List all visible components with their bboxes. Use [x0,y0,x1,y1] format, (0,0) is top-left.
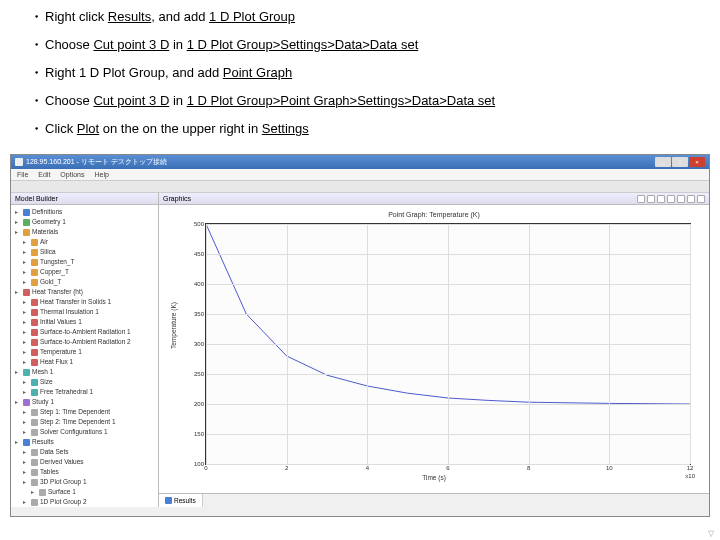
tree-icon [31,499,38,506]
instruction-4: ・Choose Cut point 3 D in 1 D Plot Group>… [30,92,690,110]
tree-label: Surface-to-Ambient Radiation 2 [40,337,131,347]
tree-icon [31,409,38,416]
tree-item[interactable]: ▸Temperature 1 [13,347,156,357]
tree-label: Temperature 1 [40,347,82,357]
tree-icon [31,429,38,436]
tree-label: Derived Values [40,457,84,467]
tree-item[interactable]: ▸Air [13,237,156,247]
minimize-button[interactable]: _ [655,157,671,167]
tree-item[interactable]: ▸Definitions [13,207,156,217]
tree-icon [31,249,38,256]
menu-options[interactable]: Options [60,171,84,178]
slide-corner: ▽ [708,529,714,538]
x-tick: 12 [687,464,694,471]
zoom-out-icon[interactable] [647,195,655,203]
tree-item[interactable]: ▸Heat Transfer in Solids 1 [13,297,156,307]
plot-area: Point Graph: Temperature (K) Temperature… [159,205,709,493]
tree-item[interactable]: ▸Study 1 [13,397,156,407]
model-builder-panel: Model Builder ▸Definitions▸Geometry 1▸Ma… [11,193,159,507]
tree-item[interactable]: ▸Copper_T [13,267,156,277]
tree-item[interactable]: ▸Tungsten_T [13,257,156,267]
tree-item[interactable]: ▸Thermal Insulation 1 [13,307,156,317]
maximize-button[interactable]: □ [672,157,688,167]
tree-item[interactable]: ▸Gold_T [13,277,156,287]
tree-item[interactable]: ▸Surface-to-Ambient Radiation 2 [13,337,156,347]
x-tick: 8 [527,464,530,471]
results-tab[interactable]: Results [159,494,203,507]
view-xy-icon[interactable] [667,195,675,203]
tree-icon [31,329,38,336]
tree-item[interactable]: ▸Heat Flux 1 [13,357,156,367]
x-tick: 6 [446,464,449,471]
tree-item[interactable]: ▸Silica [13,247,156,257]
tree-icon [31,479,38,486]
tree-icon [23,289,30,296]
zoom-extents-icon[interactable] [657,195,665,203]
tree-item[interactable]: ▸Mesh 1 [13,367,156,377]
tree-label: Thermal Insulation 1 [40,307,99,317]
tree-icon [23,229,30,236]
tree-icon [23,219,30,226]
close-button[interactable]: × [689,157,705,167]
tree-item[interactable]: ▸Data Sets [13,447,156,457]
tree-item[interactable]: ▸Step 2: Time Dependent 1 [13,417,156,427]
tree-label: Surface-to-Ambient Radiation 1 [40,327,131,337]
x-tick: 2 [285,464,288,471]
tree-label: Data Sets [40,447,69,457]
model-tree[interactable]: ▸Definitions▸Geometry 1▸Materials▸Air▸Si… [11,205,158,507]
tree-label: Step 2: Time Dependent 1 [40,417,116,427]
instruction-1: ・Right click Results, and add 1 D Plot G… [30,8,690,26]
tree-item[interactable]: ▸3D Plot Group 1 [13,477,156,487]
tree-label: Copper_T [40,267,69,277]
x-tick: 4 [366,464,369,471]
tree-item[interactable]: ▸Heat Transfer (ht) [13,287,156,297]
graphics-toolbar [637,195,705,203]
model-builder-title: Model Builder [11,193,158,205]
y-tick: 200 [194,401,206,407]
tree-icon [31,469,38,476]
tree-label: Heat Transfer in Solids 1 [40,297,111,307]
menu-edit[interactable]: Edit [38,171,50,178]
tree-item[interactable]: ▸Results [13,437,156,447]
tree-item[interactable]: ▸Free Tetrahedral 1 [13,387,156,397]
tree-label: 3D Plot Group 1 [40,477,87,487]
export-icon[interactable] [697,195,705,203]
y-tick: 400 [194,281,206,287]
tree-label: Materials [32,227,58,237]
tree-label: Tungsten_T [40,257,74,267]
tree-item[interactable]: ▸Geometry 1 [13,217,156,227]
tree-label: Silica [40,247,56,257]
tree-item[interactable]: ▸Surface 1 [13,487,156,497]
tree-label: Step 1: Time Dependent [40,407,110,417]
tree-icon [23,439,30,446]
graphics-panel: Graphics Point Graph: Temperature (K) Te… [159,193,709,507]
print-icon[interactable] [687,195,695,203]
tree-item[interactable]: ▸Initial Values 1 [13,317,156,327]
view-grid-icon[interactable] [677,195,685,203]
tree-item[interactable]: ▸Step 1: Time Dependent [13,407,156,417]
tree-item[interactable]: ▸Size [13,377,156,387]
graphics-title: Graphics [163,195,191,202]
tree-icon [31,389,38,396]
tree-item[interactable]: ▸Derived Values [13,457,156,467]
menu-help[interactable]: Help [94,171,108,178]
tree-icon [31,339,38,346]
tree-icon [23,369,30,376]
tree-item[interactable]: ▸1D Plot Group 2 [13,497,156,507]
tree-icon [31,359,38,366]
zoom-in-icon[interactable] [637,195,645,203]
tree-item[interactable]: ▸Materials [13,227,156,237]
tree-icon [31,319,38,326]
menubar: File Edit Options Help [11,169,709,181]
tree-label: Initial Values 1 [40,317,82,327]
tree-item[interactable]: ▸Solver Configurations 1 [13,427,156,437]
app-window: 128.95.160.201 - リモート デスクトップ接続 _ □ × Fil… [10,154,710,517]
tree-item[interactable]: ▸Surface-to-Ambient Radiation 1 [13,327,156,337]
tree-label: Size [40,377,53,387]
tree-icon [31,449,38,456]
x-exponent: x10 [685,473,695,479]
tree-label: Air [40,237,48,247]
menu-file[interactable]: File [17,171,28,178]
tree-label: Solver Configurations 1 [40,427,108,437]
tree-item[interactable]: ▸Tables [13,467,156,477]
